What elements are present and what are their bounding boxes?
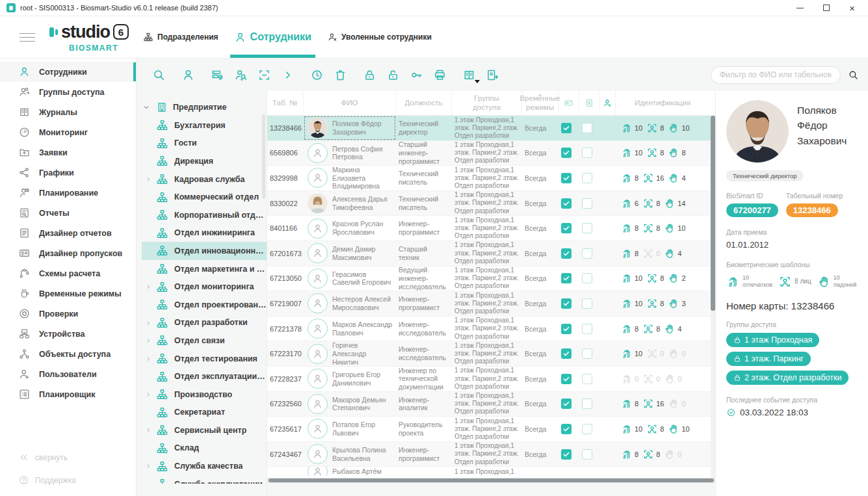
access-enabled-checkbox[interactable] [561,348,572,359]
column-header-time-modes[interactable]: Временные режимы [522,91,559,115]
support-button[interactable]: Поддержка [18,475,136,486]
sidebar-item-access-objects[interactable]: Объекты доступа [0,344,136,364]
access-enabled-checkbox[interactable] [561,223,572,233]
sidebar-item-checks[interactable]: Проверки [0,304,136,324]
tree-item[interactable]: Склад [142,439,267,458]
access-enabled-checkbox[interactable] [561,198,572,209]
minimize-button[interactable] [796,8,804,8]
tree-item[interactable]: Дирекция [142,152,267,170]
toolbar-device-check-icon[interactable] [211,68,224,82]
filter-input[interactable] [711,66,841,84]
tree-item[interactable]: Бухгалтерия [142,116,267,135]
table-row[interactable]: 8401166 Краснов Руслан Ярославович Инжен… [267,216,715,241]
tree-item[interactable]: Отдел инновационных ... [142,242,267,260]
sidebar-item-journals[interactable]: Журналы [0,102,136,122]
tree-item[interactable]: Кадровая служба [142,170,267,189]
maximize-button[interactable] [823,5,830,11]
access-enabled-checkbox[interactable] [561,123,572,133]
tree-item[interactable]: Коммерческий отдел [142,188,267,206]
vertical-scrollbar[interactable] [711,116,715,478]
table-row[interactable]: 67228237 Григорьев Егор Даниилович Инжен… [267,367,715,392]
tree-item[interactable]: Секретариат [142,404,267,422]
tree-item[interactable]: Гости [142,135,267,153]
blocked-checkbox[interactable] [582,298,592,309]
toolbar-trash-icon[interactable] [334,68,347,82]
sidebar-item-schedules[interactable]: Графики [0,163,136,183]
sidebar-item-report-designer[interactable]: Дизайнер отчетов [0,223,136,243]
tree-item[interactable]: Отдел проектирования [142,296,267,314]
toolbar-lock-icon[interactable] [363,68,376,82]
table-row[interactable]: 67232560 Макаров Демьян Степанович Инжен… [267,392,715,417]
table-row[interactable]: Рыбаков Артём 1 этаж Проходная,1 [267,467,715,476]
tab-dismissed[interactable]: Уволенные сотрудники [327,16,432,58]
tree-item[interactable]: Корпоративный отдел ... [142,206,267,224]
table-row[interactable]: 8330022 Алексеева Дарья Тимофеевна Техни… [267,191,715,216]
blocked-checkbox[interactable] [582,324,592,334]
blocked-checkbox[interactable] [582,173,592,183]
close-button[interactable]: × [849,3,855,13]
column-header-operator[interactable] [600,91,616,115]
column-header-badge[interactable] [579,91,600,115]
tree-item[interactable]: Отдел маркетинга и ре... [142,260,267,278]
access-enabled-checkbox[interactable] [561,273,572,283]
toolbar-unlock-icon[interactable] [386,68,400,82]
blocked-checkbox[interactable] [582,424,592,434]
table-row[interactable]: 67219007 Нестеров Алексей Мирославович И… [267,291,715,317]
toolbar-key-icon[interactable] [410,68,423,82]
sidebar-item-employees[interactable]: Сотрудники [0,62,136,82]
sidebar-item-access-groups[interactable]: Группы доступа [0,82,136,102]
toolbar-search-icon[interactable] [152,68,166,82]
access-enabled-checkbox[interactable] [561,374,572,384]
access-enabled-checkbox[interactable] [561,248,572,259]
access-enabled-checkbox[interactable] [561,298,572,309]
toolbar-book-icon[interactable] [462,68,476,82]
table-row[interactable]: 6569806 Петрова София Петровна Старший и… [267,141,715,166]
tree-item[interactable]: Отдел связи [142,332,267,350]
table-row[interactable]: 67201673 Демин Дамир Максимович Старший … [267,241,715,267]
tree-item[interactable]: Отдел эксплуатации зд... [142,367,267,385]
sidebar-item-time-modes[interactable]: Временные режимы [0,283,136,304]
blocked-checkbox[interactable] [582,148,592,158]
sidebar-item-monitoring[interactable]: Мониторинг [0,122,136,142]
table-row[interactable]: 13238466 Поляков Фёдор Захарович Техниче… [267,116,715,141]
table-row[interactable]: 67213050 Герасимов Савелий Егорович Веду… [267,267,715,292]
tree-item[interactable]: Отдел мониторинга [142,278,267,296]
blocked-checkbox[interactable] [582,223,592,233]
column-header-tab-no[interactable]: Таб. № [267,91,304,115]
access-enabled-checkbox[interactable] [561,148,572,158]
sidebar-item-calc-schemes[interactable]: Схемы расчета [0,263,136,283]
blocked-checkbox[interactable] [582,348,592,359]
access-enabled-checkbox[interactable] [561,424,572,434]
column-header-fio[interactable]: ФИО [304,91,396,115]
sidebar-item-planning[interactable]: Планирование [0,183,136,203]
sidebar-item-requests[interactable]: Заявки [0,142,136,163]
column-header-card[interactable] [559,91,579,115]
access-enabled-checkbox[interactable] [561,398,572,409]
blocked-checkbox[interactable] [582,273,592,283]
tab-departments[interactable]: Подразделения [143,16,218,58]
tree-item[interactable]: Отдел тестирования [142,350,267,368]
toolbar-scan-icon[interactable] [257,68,271,82]
sidebar-item-devices[interactable]: Устройства [0,324,136,344]
toolbar-history-icon[interactable] [310,68,324,82]
blocked-checkbox[interactable] [582,449,592,460]
column-header-position[interactable]: Должность [396,91,452,115]
blocked-checkbox[interactable] [582,123,592,133]
tab-employees[interactable]: Сотрудники [234,16,311,58]
toolbar-doc-export-icon[interactable] [486,68,499,82]
access-enabled-checkbox[interactable] [561,173,572,183]
tree-item[interactable]: Производство [142,385,267,404]
toolbar-printer-icon[interactable] [433,68,447,82]
tree-item[interactable]: Сервисный центр [142,421,267,439]
toolbar-person-search-icon[interactable] [234,68,248,82]
column-header-identification[interactable]: Идентификация [616,91,709,115]
tree-item[interactable]: Служба качества [142,457,267,475]
tree-item[interactable]: Служба эксплуатации [142,475,267,484]
blocked-checkbox[interactable] [582,248,592,259]
sidebar-item-pass-designer[interactable]: Дизайнер пропусков [0,243,136,263]
access-enabled-checkbox[interactable] [561,449,572,460]
menu-icon[interactable] [20,30,35,45]
access-enabled-checkbox[interactable] [561,324,572,334]
filter-search-icon[interactable] [848,70,859,81]
table-row[interactable]: 67243467 Крылова Полина Васильевна Инжен… [267,442,715,467]
